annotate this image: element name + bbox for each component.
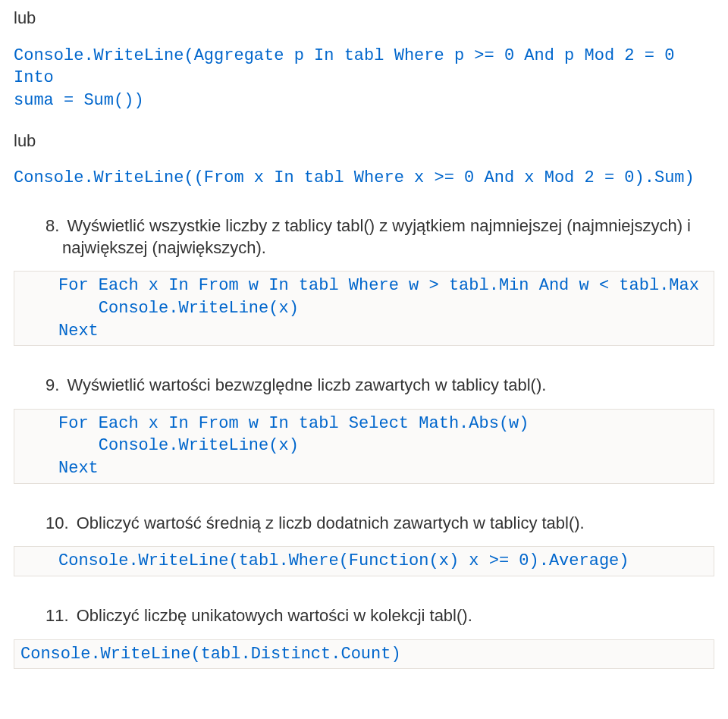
code-line: Console.WriteLine((From x In tabl Where … xyxy=(14,168,695,187)
code-line: suma = Sum()) xyxy=(14,91,144,110)
question-text: Obliczyć liczbę unikatowych wartości w k… xyxy=(72,606,472,625)
code-box-8: For Each x In From w In tabl Where w > t… xyxy=(14,271,714,346)
code-line: Next xyxy=(58,459,99,478)
code-block-from-sum: Console.WriteLine((From x In tabl Where … xyxy=(14,167,714,190)
code-line: Console.WriteLine(x) xyxy=(58,299,299,318)
code-line: Console.WriteLine(x) xyxy=(58,436,299,455)
code-line: Next xyxy=(58,322,99,341)
code-line: For Each x In From w In tabl Where w > t… xyxy=(58,276,699,295)
code-line: Console.WriteLine(Aggregate p In tabl Wh… xyxy=(14,46,685,88)
question-8: 8. Wyświetlić wszystkie liczby z tablicy… xyxy=(46,215,714,259)
code-line: Console.WriteLine(tabl.Where(Function(x)… xyxy=(58,551,629,570)
question-9: 9. Wyświetlić wartości bezwzględne liczb… xyxy=(46,375,714,397)
question-text: Wyświetlić wszystkie liczby z tablicy ta… xyxy=(62,216,691,257)
code-line: For Each x In From w In tabl Select Math… xyxy=(58,414,529,433)
question-text: Obliczyć wartość średnią z liczb dodatni… xyxy=(72,513,585,532)
question-10: 10. Obliczyć wartość średnią z liczb dod… xyxy=(46,513,714,535)
question-11: 11. Obliczyć liczbę unikatowych wartości… xyxy=(46,605,714,627)
code-box-9: For Each x In From w In tabl Select Math… xyxy=(14,409,714,484)
code-line: Console.WriteLine(tabl.Distinct.Count) xyxy=(20,645,401,664)
question-text: Wyświetlić wartości bezwzględne liczb za… xyxy=(62,375,546,394)
text-lub-1: lub xyxy=(14,8,714,30)
question-number: 11. xyxy=(46,606,69,625)
question-number: 8. xyxy=(46,216,59,235)
code-box-11: Console.WriteLine(tabl.Distinct.Count) xyxy=(14,639,714,670)
question-number: 10. xyxy=(46,513,69,532)
code-block-aggregate: Console.WriteLine(Aggregate p In tabl Wh… xyxy=(14,45,714,112)
text-lub-2: lub xyxy=(14,130,714,152)
code-box-10: Console.WriteLine(tabl.Where(Function(x)… xyxy=(14,546,714,576)
question-number: 9. xyxy=(46,375,59,394)
